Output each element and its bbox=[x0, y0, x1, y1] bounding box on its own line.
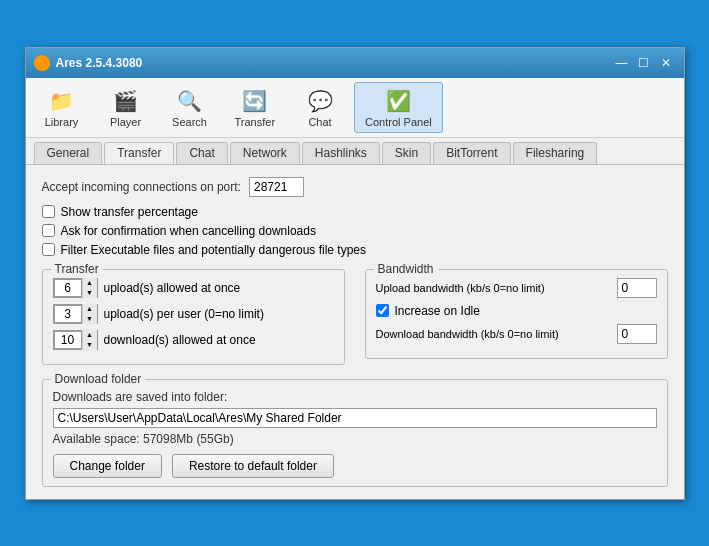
upload-bw-label: Upload bandwidth (kb/s 0=no limit) bbox=[376, 282, 611, 294]
search-icon: 🔍 bbox=[175, 87, 205, 115]
tab-network[interactable]: Network bbox=[230, 142, 300, 164]
library-icon: 📁 bbox=[47, 87, 77, 115]
maximize-button[interactable]: ☐ bbox=[634, 54, 654, 72]
uploads-per-user-up[interactable]: ▲ bbox=[83, 304, 97, 314]
transfer-group: Transfer ▲ ▼ upload(s) allowed at once bbox=[42, 269, 345, 365]
show-transfer-label: Show transfer percentage bbox=[61, 205, 198, 219]
main-window: 🔶 Ares 2.5.4.3080 — ☐ ✕ 📁 Library 🎬 Play… bbox=[25, 47, 685, 500]
tab-filesharing[interactable]: Filesharing bbox=[513, 142, 598, 164]
spinner-btns-2: ▲ ▼ bbox=[82, 304, 97, 324]
show-transfer-checkbox[interactable] bbox=[42, 205, 55, 218]
toolbar: 📁 Library 🎬 Player 🔍 Search 🔄 Transfer 💬… bbox=[26, 78, 684, 138]
folder-buttons: Change folder Restore to default folder bbox=[53, 454, 657, 478]
filter-executable-checkbox[interactable] bbox=[42, 243, 55, 256]
increase-on-idle-label: Increase on Idle bbox=[395, 304, 480, 318]
transfer-col: Transfer ▲ ▼ upload(s) allowed at once bbox=[42, 265, 345, 365]
available-space: Available space: 57098Mb (55Gb) bbox=[53, 432, 657, 446]
increase-on-idle-row: Increase on Idle bbox=[376, 304, 657, 318]
uploads-at-once-input[interactable] bbox=[54, 279, 82, 297]
uploads-per-user-spinner: ▲ ▼ bbox=[53, 304, 98, 324]
checkbox-filter-executable: Filter Executable files and potentially … bbox=[42, 243, 668, 257]
bandwidth-group-label: Bandwidth bbox=[374, 262, 438, 276]
uploads-per-user-desc: upload(s) per user (0=no limit) bbox=[104, 307, 264, 321]
spinner-btns-3: ▲ ▼ bbox=[82, 330, 97, 350]
uploads-at-once-desc: upload(s) allowed at once bbox=[104, 281, 241, 295]
title-bar: 🔶 Ares 2.5.4.3080 — ☐ ✕ bbox=[26, 48, 684, 78]
uploads-per-user-input[interactable] bbox=[54, 305, 82, 323]
toolbar-chat[interactable]: 💬 Chat bbox=[290, 82, 350, 133]
uploads-at-once-row: ▲ ▼ upload(s) allowed at once bbox=[53, 278, 334, 298]
increase-on-idle-checkbox[interactable] bbox=[376, 304, 389, 317]
toolbar-transfer[interactable]: 🔄 Transfer bbox=[224, 82, 287, 133]
window-title: Ares 2.5.4.3080 bbox=[56, 56, 612, 70]
ask-confirmation-label: Ask for confirmation when cancelling dow… bbox=[61, 224, 316, 238]
tab-chat[interactable]: Chat bbox=[176, 142, 227, 164]
uploads-per-user-row: ▲ ▼ upload(s) per user (0=no limit) bbox=[53, 304, 334, 324]
port-label: Accept incoming connections on port: bbox=[42, 180, 241, 194]
window-controls: — ☐ ✕ bbox=[612, 54, 676, 72]
downloads-at-once-up[interactable]: ▲ bbox=[83, 330, 97, 340]
content-area: Accept incoming connections on port: Sho… bbox=[26, 165, 684, 499]
chat-label: Chat bbox=[308, 116, 331, 128]
uploads-at-once-spinner: ▲ ▼ bbox=[53, 278, 98, 298]
tab-general[interactable]: General bbox=[34, 142, 103, 164]
downloads-at-once-desc: download(s) allowed at once bbox=[104, 333, 256, 347]
toolbar-player[interactable]: 🎬 Player bbox=[96, 82, 156, 133]
ask-confirmation-checkbox[interactable] bbox=[42, 224, 55, 237]
app-icon: 🔶 bbox=[34, 55, 50, 71]
toolbar-controlpanel[interactable]: ✅ Control Panel bbox=[354, 82, 443, 133]
controlpanel-label: Control Panel bbox=[365, 116, 432, 128]
tabs-row: General Transfer Chat Network Hashlinks … bbox=[26, 138, 684, 165]
transfer-group-label: Transfer bbox=[51, 262, 103, 276]
upload-bw-input[interactable] bbox=[617, 278, 657, 298]
tab-bittorrent[interactable]: BitTorrent bbox=[433, 142, 510, 164]
downloads-at-once-down[interactable]: ▼ bbox=[83, 340, 97, 350]
download-bw-input[interactable] bbox=[617, 324, 657, 344]
uploads-at-once-down[interactable]: ▼ bbox=[83, 288, 97, 298]
restore-default-folder-button[interactable]: Restore to default folder bbox=[172, 454, 334, 478]
folder-desc: Downloads are saved into folder: bbox=[53, 390, 657, 404]
uploads-at-once-up[interactable]: ▲ bbox=[83, 278, 97, 288]
download-folder-label: Download folder bbox=[51, 372, 146, 386]
downloads-at-once-input[interactable] bbox=[54, 331, 82, 349]
transfer-icon: 🔄 bbox=[240, 87, 270, 115]
downloads-at-once-spinner: ▲ ▼ bbox=[53, 330, 98, 350]
port-row: Accept incoming connections on port: bbox=[42, 177, 668, 197]
transfer-label: Transfer bbox=[235, 116, 276, 128]
bandwidth-col: Bandwidth Upload bandwidth (kb/s 0=no li… bbox=[365, 265, 668, 365]
library-label: Library bbox=[45, 116, 79, 128]
change-folder-button[interactable]: Change folder bbox=[53, 454, 162, 478]
controlpanel-icon: ✅ bbox=[383, 87, 413, 115]
filter-executable-label: Filter Executable files and potentially … bbox=[61, 243, 367, 257]
toolbar-search[interactable]: 🔍 Search bbox=[160, 82, 220, 133]
folder-path-input[interactable] bbox=[53, 408, 657, 428]
bandwidth-group: Bandwidth Upload bandwidth (kb/s 0=no li… bbox=[365, 269, 668, 359]
player-label: Player bbox=[110, 116, 141, 128]
close-button[interactable]: ✕ bbox=[656, 54, 676, 72]
download-bw-label: Download bandwidth (kb/s 0=no limit) bbox=[376, 328, 611, 340]
chat-icon: 💬 bbox=[305, 87, 335, 115]
checkbox-ask-confirmation: Ask for confirmation when cancelling dow… bbox=[42, 224, 668, 238]
search-label: Search bbox=[172, 116, 207, 128]
two-col-section: Transfer ▲ ▼ upload(s) allowed at once bbox=[42, 265, 668, 365]
tab-skin[interactable]: Skin bbox=[382, 142, 431, 164]
minimize-button[interactable]: — bbox=[612, 54, 632, 72]
upload-bw-row: Upload bandwidth (kb/s 0=no limit) bbox=[376, 278, 657, 298]
toolbar-library[interactable]: 📁 Library bbox=[32, 82, 92, 133]
download-folder-section: Download folder Downloads are saved into… bbox=[42, 379, 668, 487]
uploads-per-user-down[interactable]: ▼ bbox=[83, 314, 97, 324]
checkbox-show-transfer: Show transfer percentage bbox=[42, 205, 668, 219]
player-icon: 🎬 bbox=[111, 87, 141, 115]
tab-transfer[interactable]: Transfer bbox=[104, 142, 174, 164]
port-input[interactable] bbox=[249, 177, 304, 197]
spinner-btns-1: ▲ ▼ bbox=[82, 278, 97, 298]
tab-hashlinks[interactable]: Hashlinks bbox=[302, 142, 380, 164]
download-bw-row: Download bandwidth (kb/s 0=no limit) bbox=[376, 324, 657, 344]
downloads-at-once-row: ▲ ▼ download(s) allowed at once bbox=[53, 330, 334, 350]
